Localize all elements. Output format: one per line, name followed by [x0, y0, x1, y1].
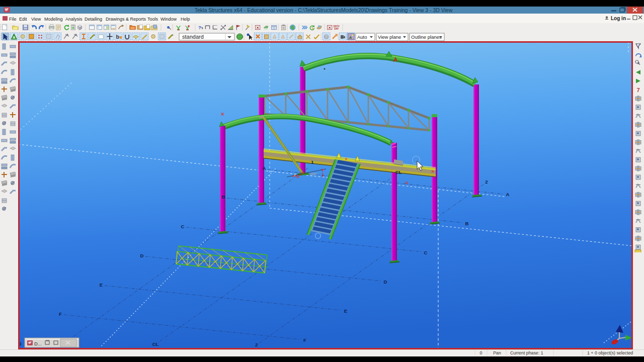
svg-text:Help: Help	[181, 17, 190, 22]
svg-text:DXF: DXF	[334, 28, 339, 30]
svg-text:View plane: View plane	[378, 34, 401, 40]
svg-text:B: B	[222, 194, 225, 200]
svg-text:?: ?	[198, 25, 201, 30]
svg-text:Modeling: Modeling	[44, 17, 63, 22]
svg-text:Tekla Structures x64 - Educati: Tekla Structures x64 - Educational versi…	[195, 7, 453, 13]
svg-text:D: D	[384, 279, 387, 285]
svg-text:b: b	[116, 34, 120, 40]
svg-text:Drawings & Reports: Drawings & Reports	[106, 17, 146, 22]
svg-text:E: E	[344, 308, 347, 314]
svg-text:F: F	[59, 311, 62, 317]
svg-text:C: C	[424, 250, 428, 255]
svg-text:Outline planes: Outline planes	[411, 34, 442, 40]
svg-text:A: A	[506, 192, 510, 197]
svg-text:CL: CL	[152, 341, 159, 347]
svg-text:Detailing: Detailing	[85, 17, 102, 22]
svg-text:CL: CL	[395, 169, 402, 175]
svg-text:Auto: Auto	[357, 34, 367, 40]
svg-text:Analysis: Analysis	[65, 17, 83, 22]
svg-text:A: A	[263, 165, 266, 171]
svg-text:A: A	[13, 36, 15, 39]
svg-text:File: File	[9, 17, 17, 22]
svg-text:0: 0	[480, 350, 482, 355]
svg-text:1 + 0 object(s) selected: 1 + 0 object(s) selected	[587, 350, 633, 355]
svg-text:standard: standard	[182, 34, 204, 40]
svg-text:View: View	[31, 17, 41, 22]
svg-text:Current phase: 1: Current phase: 1	[510, 350, 543, 355]
svg-text:Y: Y	[321, 168, 324, 172]
svg-text:D...: D...	[34, 341, 42, 346]
svg-text:F: F	[303, 337, 306, 343]
svg-text:Pan: Pan	[493, 350, 501, 355]
svg-text:Window: Window	[160, 17, 177, 22]
svg-text:Edit: Edit	[19, 17, 27, 22]
svg-text:2: 2	[485, 179, 488, 185]
svg-text:1: 1	[311, 159, 314, 165]
svg-text:Tools: Tools	[147, 17, 158, 22]
svg-text:B: B	[465, 221, 469, 226]
svg-text:C: C	[181, 224, 185, 229]
svg-text:E: E	[100, 282, 103, 288]
svg-text:7: 7	[636, 87, 639, 93]
svg-text:2: 2	[255, 342, 258, 347]
svg-text:Log in: Log in	[611, 16, 626, 21]
svg-text:D: D	[140, 253, 144, 258]
